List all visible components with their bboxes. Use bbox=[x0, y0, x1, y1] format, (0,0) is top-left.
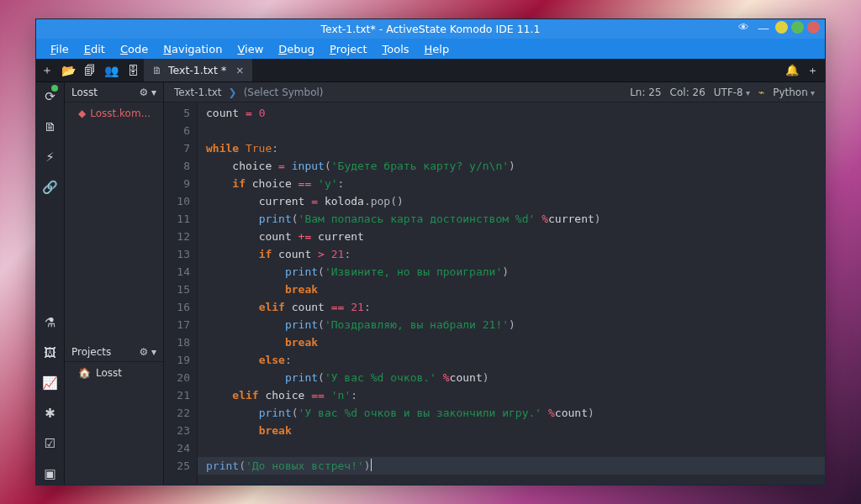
places-header[interactable]: Losst ⚙ ▾ bbox=[65, 82, 163, 102]
activity-bar: ⟳ 🗎 ⚡ 🔗 ⚗ 🖼 📈 ✱ ☑ ▣ bbox=[36, 82, 65, 485]
image-icon[interactable]: 🖼 bbox=[44, 342, 56, 364]
code-editor[interactable]: 5678910111213141516171819202122232425 co… bbox=[164, 102, 825, 485]
code-line[interactable]: print('У вас %d очков.' %count) bbox=[206, 369, 825, 386]
code-line[interactable]: print('Поздравляю, вы набрали 21!') bbox=[206, 316, 825, 333]
menu-edit[interactable]: Edit bbox=[78, 41, 111, 57]
editor-region: Text-1.txt ❯ (Select Symbol) Ln: 25 Col:… bbox=[164, 82, 825, 485]
status-encoding[interactable]: UTF-8 bbox=[714, 87, 750, 98]
new-file-icon[interactable]: ＋ bbox=[41, 63, 53, 78]
code-line[interactable]: else: bbox=[206, 351, 825, 369]
code-line[interactable] bbox=[206, 122, 825, 139]
run-icon[interactable]: ⚡ bbox=[45, 146, 55, 168]
project-item[interactable]: 🏠 Losst bbox=[65, 362, 163, 384]
menu-file[interactable]: File bbox=[45, 41, 75, 57]
code-line[interactable]: print('Извините, но вы проиграли') bbox=[206, 263, 825, 281]
visibility-icon[interactable]: 👁 bbox=[738, 21, 749, 34]
regex-icon[interactable]: ✱ bbox=[45, 402, 55, 424]
code-line[interactable]: count = 0 bbox=[206, 104, 825, 122]
code-line[interactable]: count += current bbox=[206, 228, 825, 245]
chevron-right-icon: ❯ bbox=[229, 87, 237, 98]
notifications-icon[interactable]: 🔔 bbox=[785, 64, 799, 76]
toolbar: ＋ 📂 🗐 👥 🗄 🗎 Text-1.txt * × 🔔 ＋ bbox=[36, 59, 825, 82]
status-line[interactable]: Ln: 25 bbox=[630, 87, 661, 98]
toolbar-right: 🔔 ＋ bbox=[779, 59, 825, 81]
side-panel: Losst ⚙ ▾ ◆ Losst.kom... Projects ⚙ ▾ 🏠 … bbox=[65, 82, 164, 485]
menu-tools[interactable]: Tools bbox=[377, 41, 415, 57]
code-line[interactable]: while True: bbox=[206, 139, 825, 157]
minimize-button[interactable] bbox=[775, 21, 788, 34]
file-tab-label: Text-1.txt * bbox=[168, 64, 226, 76]
projects-panel: Projects ⚙ ▾ 🏠 Losst bbox=[65, 342, 163, 485]
project-label: Losst bbox=[96, 367, 122, 379]
body: ⟳ 🗎 ⚡ 🔗 ⚗ 🖼 📈 ✱ ☑ ▣ Losst ⚙ ▾ ◆ Losst.ko… bbox=[36, 82, 825, 485]
breadcrumb-file[interactable]: Text-1.txt bbox=[174, 87, 222, 98]
file-tree-item[interactable]: ◆ Losst.kom... bbox=[65, 102, 163, 124]
tab-close-icon[interactable]: × bbox=[235, 65, 244, 76]
close-button[interactable] bbox=[807, 21, 820, 34]
code-line[interactable] bbox=[206, 439, 825, 457]
code-line[interactable]: if count > 21: bbox=[206, 245, 825, 263]
checklist-icon[interactable]: ☑ bbox=[45, 433, 55, 454]
code-line[interactable]: elif count == 21: bbox=[206, 298, 825, 316]
breadcrumb-symbol[interactable]: (Select Symbol) bbox=[244, 87, 324, 98]
projects-header[interactable]: Projects ⚙ ▾ bbox=[65, 342, 163, 362]
code-line[interactable]: print('У вас %d очков и вы закончили игр… bbox=[206, 404, 825, 422]
menu-navigation[interactable]: Navigation bbox=[157, 41, 228, 57]
code-line[interactable]: current = koloda.pop() bbox=[206, 192, 825, 210]
gear-icon[interactable]: ⚙ ▾ bbox=[139, 87, 156, 98]
copy-icon[interactable]: 🗐 bbox=[84, 64, 96, 77]
share-icon[interactable]: 🔗 bbox=[42, 176, 58, 198]
file-tab[interactable]: 🗎 Text-1.txt * × bbox=[144, 59, 253, 81]
projects-title: Projects bbox=[71, 346, 111, 358]
menu-debug[interactable]: Debug bbox=[272, 41, 320, 57]
maximize-button[interactable] bbox=[791, 21, 804, 34]
breadcrumb-bar: Text-1.txt ❯ (Select Symbol) Ln: 25 Col:… bbox=[164, 82, 825, 102]
menu-view[interactable]: View bbox=[231, 41, 269, 57]
toolbar-left: ＋ 📂 🗐 👥 🗄 bbox=[36, 59, 144, 81]
document-icon[interactable]: 🗎 bbox=[44, 116, 56, 138]
ide-window: Text-1.txt* - ActiveState Komodo IDE 11.… bbox=[35, 18, 826, 486]
menubar[interactable]: FileEditCodeNavigationViewDebugProjectTo… bbox=[36, 39, 825, 59]
line-gutter: 5678910111213141516171819202122232425 bbox=[164, 102, 198, 485]
menu-project[interactable]: Project bbox=[324, 41, 373, 57]
places-title: Losst bbox=[71, 87, 98, 98]
tab-bar: 🗎 Text-1.txt * × bbox=[144, 59, 779, 81]
code-line[interactable]: break bbox=[206, 281, 825, 298]
python-logo-icon: ⌁ bbox=[758, 87, 764, 98]
code-line[interactable]: choice = input('Будете брать карту? y/n\… bbox=[206, 157, 825, 175]
document-icon: 🗎 bbox=[152, 65, 162, 76]
window-title: Text-1.txt* - ActiveState Komodo IDE 11.… bbox=[36, 23, 825, 35]
code-line[interactable]: break bbox=[206, 422, 825, 439]
terminal-icon[interactable]: ▣ bbox=[44, 463, 55, 485]
status-language[interactable]: Python bbox=[773, 87, 815, 98]
code-line[interactable]: if choice == 'y': bbox=[206, 175, 825, 192]
minimize-alt-icon[interactable]: — bbox=[758, 21, 769, 34]
vcs-icon[interactable]: ⟳ bbox=[45, 86, 55, 108]
window-controls: 👁 — bbox=[738, 21, 820, 34]
menu-code[interactable]: Code bbox=[114, 41, 154, 57]
status-col[interactable]: Col: 26 bbox=[670, 87, 705, 98]
flask-icon[interactable]: ⚗ bbox=[45, 312, 55, 333]
gear-icon[interactable]: ⚙ ▾ bbox=[139, 346, 156, 358]
open-folder-icon[interactable]: 📂 bbox=[61, 64, 76, 77]
code-line[interactable]: print('Вам попалась карта достоинством %… bbox=[206, 210, 825, 228]
chart-icon[interactable]: 📈 bbox=[42, 372, 58, 394]
code-lines[interactable]: count = 0 while True: choice = input('Бу… bbox=[198, 102, 825, 485]
file-tree-label: Losst.kom... bbox=[90, 108, 151, 119]
database-icon[interactable]: 🗄 bbox=[127, 64, 139, 77]
code-line[interactable]: break bbox=[206, 333, 825, 351]
titlebar[interactable]: Text-1.txt* - ActiveState Komodo IDE 11.… bbox=[36, 19, 825, 39]
add-pane-icon[interactable]: ＋ bbox=[807, 63, 818, 78]
code-line[interactable]: elif choice == 'n': bbox=[206, 386, 825, 404]
group-icon[interactable]: 👥 bbox=[104, 64, 119, 77]
menu-help[interactable]: Help bbox=[419, 41, 456, 57]
dot-icon: ◆ bbox=[78, 108, 86, 119]
home-icon: 🏠 bbox=[78, 367, 91, 379]
